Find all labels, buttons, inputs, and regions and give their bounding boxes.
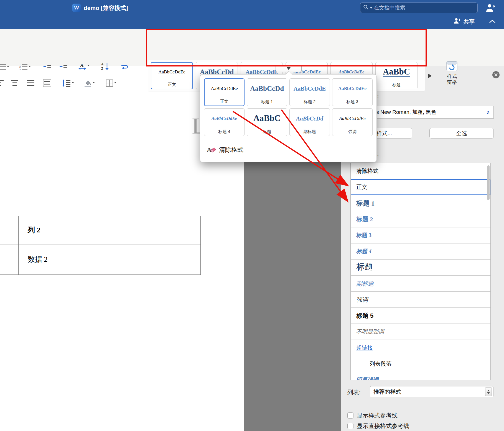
titlebar: W demo [兼容模式] 共享 [0,0,504,29]
style-item-label: 标题 2 [356,215,373,224]
search-icon [363,4,369,11]
style-item-label: 标题 4 [356,248,371,255]
align-justify-icon [27,80,35,88]
account-switch-button[interactable] [485,3,496,13]
style-item-subtle-emphasis[interactable]: 不明显强调 [351,324,490,340]
shading-button[interactable] [84,79,95,88]
paragraph-direction-button[interactable] [120,63,129,71]
az-sort-icon: AZ [101,62,110,71]
direct-formatting-guides-checkbox[interactable] [347,423,353,429]
select-all-button[interactable]: 全选 [429,128,494,138]
direct-formatting-guides-label: 显示直接格式参考线 [357,422,409,430]
close-icon [492,75,500,80]
style-preview: AaBbCcDd [296,115,323,122]
share-label: 共享 [464,18,475,25]
dropdown-caret-icon[interactable] [29,66,31,68]
dropdown-style-subtitle[interactable]: AaBbCcDd 副标题 [289,108,330,136]
style-item-subtitle[interactable]: 副标题 [351,276,490,292]
dropdown-style-normal[interactable]: AaBbCcDdEe 正文 [204,78,245,106]
search-scope-caret-icon[interactable] [370,7,372,10]
style-pane-button[interactable]: 样式 窗格 [437,60,466,92]
style-preview: AaBbCcDdEe [158,69,185,75]
style-item-label: 标题 3 [356,232,371,239]
decrease-indent-button[interactable] [43,63,52,71]
style-label: 强调 [348,129,357,134]
search-box[interactable] [360,2,478,13]
svg-text:A: A [101,62,104,66]
style-guides-checkbox[interactable] [347,412,353,419]
style-item-label: 不明显强调 [356,328,384,335]
sort-button[interactable]: AZ [101,62,110,71]
dropdown-divider [203,140,374,140]
dropdown-style-heading2[interactable]: AaBbCcDdE 标题 2 [289,78,330,106]
borders-button[interactable] [106,79,116,88]
gallery-style-normal[interactable]: AaBbCcDdEe 正文 [151,62,193,89]
list-filter-label: 列表: [347,388,361,396]
document-table[interactable] [0,216,201,275]
gallery-style-title[interactable]: AaBbC 标题 [375,62,418,89]
list-scrollbar[interactable] [487,165,490,200]
pane-close-button[interactable] [492,71,500,80]
fit-text-button[interactable]: A [78,62,90,71]
table-header-cell[interactable]: 列 2 [28,225,40,235]
dropdown-style-heading1[interactable]: AaBbCcDd 标题 1 [247,78,287,106]
collapse-ribbon-button[interactable] [489,19,496,24]
style-item-clear-formatting[interactable]: 清除格式 [351,163,490,179]
user-icon [485,8,496,13]
dropdown-style-emphasis[interactable]: AaBbCcDdEe 强调 [332,108,373,136]
style-label: 标题 2 [304,99,316,104]
line-spacing-button[interactable] [62,79,74,88]
style-item-emphasis[interactable]: 强调 [351,292,490,308]
style-label: 标题 [263,129,271,134]
word-app-icon: W [72,4,81,12]
fit-text-icon: A [78,62,86,71]
style-item-heading1[interactable]: 标题 1 [351,195,490,211]
dropdown-style-heading4[interactable]: AaBbCcDdEe 标题 4 [204,108,245,136]
style-item-heading4[interactable]: 标题 4 [351,243,490,260]
clear-formatting-menu-item[interactable]: A 清除格式 [204,143,246,157]
style-item-normal[interactable]: 正文 [351,179,490,195]
style-pane-label-line2: 窗格 [447,79,457,85]
gallery-scroll-right-icon[interactable] [428,74,434,78]
style-label: 正文 [168,82,176,87]
style-item-label: 列表段落 [356,360,392,368]
svg-text:2: 2 [19,66,21,68]
combobox-stepper[interactable] [485,387,492,396]
chevron-up-icon [489,19,496,24]
style-preview: AaBbCcDdEe [212,116,237,121]
dropdown-caret-icon[interactable] [114,82,116,84]
bullet-list-button[interactable] [0,63,9,71]
table-data-cell[interactable]: 数据 2 [28,255,48,264]
numbered-list-button[interactable]: 123 [19,63,31,71]
style-preview: AaBbCcDdEe [211,86,238,91]
search-input[interactable] [374,5,475,11]
style-item-hyperlink[interactable]: 超链接 [351,340,490,356]
dropdown-style-heading3[interactable]: AaBbCcDdEe 标题 3 [332,78,373,106]
distribute-text-button[interactable] [43,79,51,88]
style-item-list-paragraph[interactable]: 列表段落 [351,356,490,372]
show-style-guides-row: 显示样式参考线 [347,412,398,419]
table-column-divider [18,216,19,274]
style-preview: AaBbCcDdEe [339,70,364,75]
dropdown-style-title[interactable]: AaBbC 标题 [247,108,287,136]
style-item-heading3[interactable]: 标题 3 [351,227,490,243]
list-filter-combobox[interactable]: 推荐的样式 [370,386,493,397]
dropdown-caret-icon[interactable] [93,82,95,84]
dropdown-caret-icon[interactable] [7,66,9,68]
dropdown-caret-icon[interactable] [72,82,74,84]
style-item-title[interactable]: 标题 [351,260,490,276]
style-item-heading2[interactable]: 标题 2 [351,211,490,227]
dropdown-caret-icon[interactable] [87,65,90,67]
style-item-heading5[interactable]: 标题 5 [351,308,490,324]
style-item-intense-emphasis[interactable]: 明显强调 [351,372,490,380]
align-left-button[interactable] [0,80,4,88]
align-center-button[interactable] [11,80,19,88]
style-guides-label: 显示样式参考线 [357,412,398,419]
style-item-label: 标题 [356,261,420,274]
character-style-indicator[interactable]: a [487,109,490,116]
style-item-label: 明显强调 [356,376,378,380]
align-justify-button[interactable] [27,80,35,88]
style-item-label: 标题 5 [356,312,373,320]
increase-indent-button[interactable] [59,63,68,71]
share-button[interactable]: 共享 [454,18,475,25]
